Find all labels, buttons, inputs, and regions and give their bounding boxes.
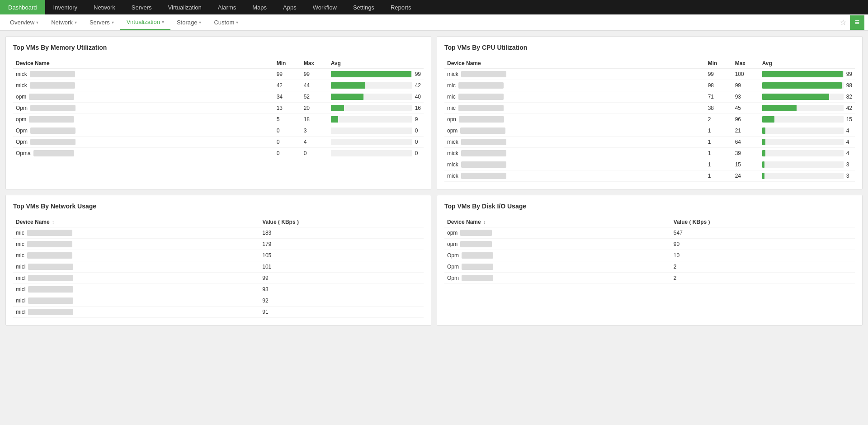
max-value: 24: [732, 170, 760, 182]
table-row: opm 34 52 40: [13, 91, 424, 103]
table-row: Opma 0 0 0: [13, 148, 424, 159]
table-row: mick 99 100 99: [444, 69, 855, 80]
cpu-col-avg: Avg: [760, 58, 855, 69]
max-value: 44: [301, 80, 328, 91]
device-name-cell: Opm: [444, 273, 671, 284]
table-row: Opm 0 3 0: [13, 125, 424, 137]
avg-bar-cell: 0: [328, 137, 424, 148]
nav-alarms[interactable]: Alarms: [210, 0, 244, 14]
disk-card-title: Top VMs By Disk I/O Usage: [444, 203, 855, 210]
nav-reports[interactable]: Reports: [382, 0, 420, 14]
device-name-blur: [458, 105, 504, 111]
nav-servers[interactable]: Servers: [123, 0, 160, 14]
memory-utilization-card: Top VMs By Memory Utilization Device Nam…: [5, 36, 431, 189]
device-name-blur: [461, 139, 506, 145]
device-name-cell: Opm: [444, 250, 671, 261]
avg-bar-cell: 3: [760, 159, 855, 170]
memory-col-min: Min: [274, 58, 301, 69]
subnav-custom[interactable]: Custom ▾: [208, 14, 245, 30]
device-name-blur: [458, 94, 504, 100]
avg-bar-cell: 15: [760, 114, 855, 125]
bar-container: [331, 71, 412, 77]
device-name-blur: [28, 298, 73, 304]
nav-virtualization[interactable]: Virtualization: [160, 0, 210, 14]
table-row: mick 1 24 3: [444, 170, 855, 182]
bar-container: [331, 116, 412, 123]
device-name-cell: opm: [13, 91, 274, 103]
table-row: mick 1 15 3: [444, 159, 855, 170]
bar-container: [762, 150, 844, 156]
memory-col-max: Max: [301, 58, 328, 69]
memory-table: Device Name Min Max Avg mick 99 99: [13, 58, 424, 159]
nav-network[interactable]: Network: [85, 0, 123, 14]
memory-col-device: Device Name: [13, 58, 274, 69]
subnav-overview[interactable]: Overview ▾: [4, 14, 45, 30]
bar-container: [762, 94, 844, 100]
device-name-cell: mick: [444, 159, 705, 170]
min-value: 71: [705, 91, 732, 103]
nav-inventory[interactable]: Inventory: [45, 0, 85, 14]
avg-bar-cell: 42: [760, 103, 855, 114]
nav-settings[interactable]: Settings: [345, 0, 382, 14]
table-row: mic 71 93 82: [444, 91, 855, 103]
table-row: mick 1 39 4: [444, 148, 855, 159]
bar-container: [762, 139, 844, 145]
device-name-blur: [30, 105, 75, 111]
favorite-button[interactable]: ☆: [840, 18, 846, 27]
device-name-cell: mic: [13, 227, 259, 239]
device-name-blur: [461, 161, 506, 168]
device-name-cell: mick: [444, 69, 705, 80]
bar-fill: [762, 161, 764, 168]
max-value: 15: [732, 159, 760, 170]
table-row: mick 1 64 4: [444, 137, 855, 148]
cpu-card-title: Top VMs By CPU Utilization: [444, 44, 855, 51]
avg-value: 3: [846, 173, 849, 179]
subnav-servers[interactable]: Servers ▾: [83, 14, 120, 30]
device-name-cell: micl: [13, 307, 259, 318]
avg-bar-cell: 16: [328, 103, 424, 114]
table-row: micl 92: [13, 295, 424, 307]
table-row: micl 91: [13, 307, 424, 318]
device-name-blur: [462, 275, 493, 281]
device-name-blur: [461, 71, 506, 77]
sort-icon[interactable]: ↕: [483, 220, 486, 225]
bar-container: [331, 82, 412, 89]
table-row: micl 93: [13, 284, 424, 295]
device-name-cell: micl: [13, 261, 259, 273]
avg-value: 42: [415, 82, 421, 89]
min-value: 99: [705, 69, 732, 80]
subnav-storage[interactable]: Storage ▾: [170, 14, 208, 30]
bar-fill: [762, 71, 843, 77]
avg-value: 42: [846, 105, 852, 111]
bar-container: [762, 105, 844, 111]
min-value: 2: [705, 114, 732, 125]
table-row: micl 99: [13, 273, 424, 284]
nav-workflow[interactable]: Workflow: [305, 0, 345, 14]
device-name-blur: [28, 286, 73, 293]
sort-icon[interactable]: ↕: [52, 220, 54, 225]
bar-fill: [762, 150, 765, 156]
avg-value: 0: [415, 139, 418, 145]
device-name-cell: mic: [444, 80, 705, 91]
value-cell: 2: [671, 273, 855, 284]
device-name-cell: mick: [13, 69, 274, 80]
subnav-network[interactable]: Network ▾: [45, 14, 83, 30]
menu-button[interactable]: ≡: [850, 15, 864, 30]
min-value: 13: [274, 103, 301, 114]
min-value: 38: [705, 103, 732, 114]
device-name-cell: opm: [444, 125, 705, 137]
avg-bar-cell: 42: [328, 80, 424, 91]
nav-dashboard[interactable]: Dashboard: [0, 0, 45, 14]
bar-container: [762, 173, 844, 179]
sub-navigation: Overview ▾ Network ▾ Servers ▾ Virtualiz…: [0, 14, 868, 31]
min-value: 1: [705, 148, 732, 159]
device-name-cell: Opma: [13, 148, 274, 159]
cpu-col-device: Device Name: [444, 58, 705, 69]
nav-apps[interactable]: Apps: [275, 0, 305, 14]
max-value: 18: [301, 114, 328, 125]
network-table: Device Name ↕ Value ( KBps ) mic 183 mic…: [13, 217, 424, 318]
disk-col-value: Value ( KBps ): [671, 217, 855, 227]
nav-maps[interactable]: Maps: [244, 0, 275, 14]
subnav-virtualization[interactable]: Virtualization ▾: [120, 14, 170, 30]
device-name-blur: [462, 252, 493, 259]
